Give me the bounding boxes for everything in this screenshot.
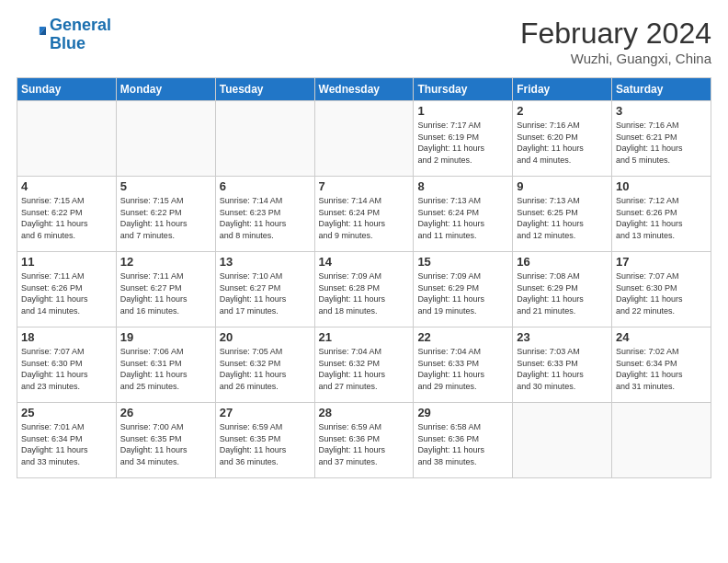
day-info: Sunrise: 6:59 AM Sunset: 6:36 PM Dayligh… <box>319 421 410 467</box>
day-number: 27 <box>220 406 311 419</box>
day-number: 4 <box>21 179 112 193</box>
day-cell: 29Sunrise: 6:58 AM Sunset: 6:36 PM Dayli… <box>414 403 513 478</box>
day-cell: 14Sunrise: 7:09 AM Sunset: 6:28 PM Dayli… <box>314 252 414 327</box>
day-number: 21 <box>319 330 410 344</box>
day-info: Sunrise: 7:02 AM Sunset: 6:34 PM Dayligh… <box>616 346 707 392</box>
day-cell: 26Sunrise: 7:00 AM Sunset: 6:35 PM Dayli… <box>116 403 215 478</box>
week-row-1: 1Sunrise: 7:17 AM Sunset: 6:19 PM Daylig… <box>17 101 711 177</box>
day-info: Sunrise: 7:04 AM Sunset: 6:32 PM Dayligh… <box>319 346 410 392</box>
day-cell: 27Sunrise: 6:59 AM Sunset: 6:35 PM Dayli… <box>215 403 314 478</box>
day-info: Sunrise: 7:12 AM Sunset: 6:26 PM Dayligh… <box>616 195 707 241</box>
day-cell: 2Sunrise: 7:16 AM Sunset: 6:20 PM Daylig… <box>513 101 612 177</box>
day-number: 25 <box>21 406 112 419</box>
day-info: Sunrise: 6:59 AM Sunset: 6:35 PM Dayligh… <box>220 421 311 467</box>
day-cell: 17Sunrise: 7:07 AM Sunset: 6:30 PM Dayli… <box>612 252 711 327</box>
day-info: Sunrise: 7:15 AM Sunset: 6:22 PM Dayligh… <box>120 195 211 241</box>
location: Wuzhi, Guangxi, China <box>520 51 711 66</box>
day-cell <box>513 403 612 478</box>
day-number: 22 <box>417 330 508 344</box>
day-cell: 3Sunrise: 7:16 AM Sunset: 6:21 PM Daylig… <box>612 101 711 177</box>
day-info: Sunrise: 7:17 AM Sunset: 6:19 PM Dayligh… <box>417 120 508 166</box>
day-info: Sunrise: 7:13 AM Sunset: 6:25 PM Dayligh… <box>517 195 608 241</box>
day-cell: 15Sunrise: 7:09 AM Sunset: 6:29 PM Dayli… <box>414 252 513 327</box>
day-cell: 28Sunrise: 6:59 AM Sunset: 6:36 PM Dayli… <box>314 403 414 478</box>
day-info: Sunrise: 7:15 AM Sunset: 6:22 PM Dayligh… <box>21 195 112 241</box>
day-number: 11 <box>21 255 112 269</box>
logo-icon <box>17 20 46 50</box>
day-info: Sunrise: 7:07 AM Sunset: 6:30 PM Dayligh… <box>616 270 707 316</box>
day-number: 2 <box>517 104 608 118</box>
day-info: Sunrise: 7:04 AM Sunset: 6:33 PM Dayligh… <box>417 346 508 392</box>
day-cell: 13Sunrise: 7:10 AM Sunset: 6:27 PM Dayli… <box>215 252 314 327</box>
day-number: 6 <box>220 179 311 193</box>
day-info: Sunrise: 7:00 AM Sunset: 6:35 PM Dayligh… <box>120 421 211 467</box>
day-number: 8 <box>417 179 508 193</box>
logo-text: General Blue <box>50 17 111 53</box>
day-cell: 21Sunrise: 7:04 AM Sunset: 6:32 PM Dayli… <box>314 327 414 403</box>
day-cell: 19Sunrise: 7:06 AM Sunset: 6:31 PM Dayli… <box>116 327 215 403</box>
week-row-5: 25Sunrise: 7:01 AM Sunset: 6:34 PM Dayli… <box>17 403 711 478</box>
day-info: Sunrise: 7:16 AM Sunset: 6:21 PM Dayligh… <box>616 120 707 166</box>
day-cell <box>215 101 314 177</box>
day-info: Sunrise: 7:01 AM Sunset: 6:34 PM Dayligh… <box>21 421 112 467</box>
day-info: Sunrise: 7:10 AM Sunset: 6:27 PM Dayligh… <box>220 270 311 316</box>
day-number: 18 <box>21 330 112 344</box>
day-info: Sunrise: 7:03 AM Sunset: 6:33 PM Dayligh… <box>517 346 608 392</box>
day-cell: 12Sunrise: 7:11 AM Sunset: 6:27 PM Dayli… <box>116 252 215 327</box>
day-number: 20 <box>220 330 311 344</box>
page: General Blue February 2024 Wuzhi, Guangx… <box>0 0 728 488</box>
day-info: Sunrise: 7:11 AM Sunset: 6:26 PM Dayligh… <box>21 270 112 316</box>
weekday-header-saturday: Saturday <box>612 78 711 101</box>
day-number: 12 <box>120 255 211 269</box>
day-cell: 20Sunrise: 7:05 AM Sunset: 6:32 PM Dayli… <box>215 327 314 403</box>
day-number: 1 <box>417 104 508 118</box>
day-cell <box>17 101 117 177</box>
header: General Blue February 2024 Wuzhi, Guangx… <box>17 17 711 66</box>
month-year: February 2024 <box>520 17 711 51</box>
day-cell: 24Sunrise: 7:02 AM Sunset: 6:34 PM Dayli… <box>612 327 711 403</box>
day-cell: 5Sunrise: 7:15 AM Sunset: 6:22 PM Daylig… <box>116 177 215 252</box>
day-number: 14 <box>319 255 410 269</box>
day-info: Sunrise: 7:11 AM Sunset: 6:27 PM Dayligh… <box>120 270 211 316</box>
weekday-header-wednesday: Wednesday <box>314 78 414 101</box>
day-number: 23 <box>517 330 608 344</box>
day-number: 24 <box>616 330 707 344</box>
day-info: Sunrise: 7:09 AM Sunset: 6:29 PM Dayligh… <box>417 270 508 316</box>
weekday-header-sunday: Sunday <box>17 78 117 101</box>
day-number: 3 <box>616 104 707 118</box>
day-number: 15 <box>417 255 508 269</box>
week-row-4: 18Sunrise: 7:07 AM Sunset: 6:30 PM Dayli… <box>17 327 711 403</box>
weekday-header-thursday: Thursday <box>414 78 513 101</box>
day-cell: 9Sunrise: 7:13 AM Sunset: 6:25 PM Daylig… <box>513 177 612 252</box>
day-number: 26 <box>120 406 211 419</box>
day-info: Sunrise: 7:09 AM Sunset: 6:28 PM Dayligh… <box>319 270 410 316</box>
weekday-header-friday: Friday <box>513 78 612 101</box>
day-number: 17 <box>616 255 707 269</box>
day-cell: 7Sunrise: 7:14 AM Sunset: 6:24 PM Daylig… <box>314 177 414 252</box>
day-info: Sunrise: 7:06 AM Sunset: 6:31 PM Dayligh… <box>120 346 211 392</box>
day-cell: 10Sunrise: 7:12 AM Sunset: 6:26 PM Dayli… <box>612 177 711 252</box>
day-cell: 18Sunrise: 7:07 AM Sunset: 6:30 PM Dayli… <box>17 327 117 403</box>
day-info: Sunrise: 7:13 AM Sunset: 6:24 PM Dayligh… <box>417 195 508 241</box>
day-number: 10 <box>616 179 707 193</box>
day-cell: 8Sunrise: 7:13 AM Sunset: 6:24 PM Daylig… <box>414 177 513 252</box>
day-number: 19 <box>120 330 211 344</box>
day-number: 13 <box>220 255 311 269</box>
day-number: 16 <box>517 255 608 269</box>
day-cell: 16Sunrise: 7:08 AM Sunset: 6:29 PM Dayli… <box>513 252 612 327</box>
day-cell: 23Sunrise: 7:03 AM Sunset: 6:33 PM Dayli… <box>513 327 612 403</box>
day-cell <box>612 403 711 478</box>
week-row-3: 11Sunrise: 7:11 AM Sunset: 6:26 PM Dayli… <box>17 252 711 327</box>
day-cell: 4Sunrise: 7:15 AM Sunset: 6:22 PM Daylig… <box>17 177 117 252</box>
day-cell: 22Sunrise: 7:04 AM Sunset: 6:33 PM Dayli… <box>414 327 513 403</box>
day-info: Sunrise: 7:08 AM Sunset: 6:29 PM Dayligh… <box>517 270 608 316</box>
day-number: 5 <box>120 179 211 193</box>
logo: General Blue <box>17 17 111 53</box>
day-info: Sunrise: 7:07 AM Sunset: 6:30 PM Dayligh… <box>21 346 112 392</box>
day-number: 7 <box>319 179 410 193</box>
day-info: Sunrise: 7:05 AM Sunset: 6:32 PM Dayligh… <box>220 346 311 392</box>
day-info: Sunrise: 7:16 AM Sunset: 6:20 PM Dayligh… <box>517 120 608 166</box>
day-info: Sunrise: 7:14 AM Sunset: 6:24 PM Dayligh… <box>319 195 410 241</box>
calendar-table: SundayMondayTuesdayWednesdayThursdayFrid… <box>17 77 711 478</box>
day-number: 9 <box>517 179 608 193</box>
